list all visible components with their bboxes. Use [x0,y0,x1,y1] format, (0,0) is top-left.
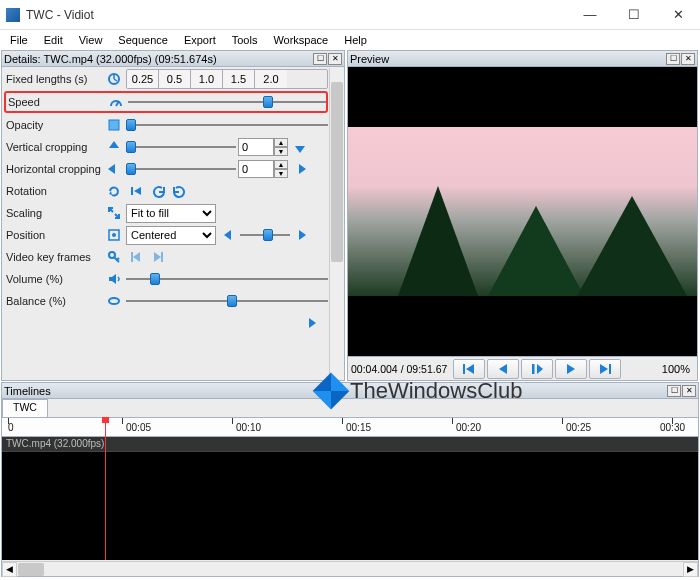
menu-workspace[interactable]: Workspace [265,32,336,48]
hcropping-slider[interactable] [126,161,236,177]
spin-down[interactable]: ▼ [274,147,288,156]
fixed-length-2-0[interactable]: 2.0 [255,70,287,88]
menu-export[interactable]: Export [176,32,224,48]
opacity-slider[interactable] [126,117,328,133]
arrow-right-icon[interactable] [302,314,322,332]
svg-rect-8 [161,252,163,262]
app-icon [6,8,20,22]
menu-edit[interactable]: Edit [36,32,71,48]
fixed-length-1-5[interactable]: 1.5 [223,70,255,88]
fixed-length-0-25[interactable]: 0.25 [127,70,159,88]
panel-close-button[interactable]: ✕ [682,385,696,397]
vcropping-label: Vertical cropping [4,141,104,153]
next-button[interactable] [555,359,587,379]
row-speed: Speed [4,91,328,113]
crop-left-icon[interactable] [104,160,124,178]
preview-zoom: 100% [654,363,694,375]
balance-icon[interactable] [104,292,124,310]
window-title: TWC - Vidiot [26,8,568,22]
scroll-right-button[interactable]: ▶ [683,562,698,577]
menu-sequence[interactable]: Sequence [110,32,176,48]
clip-body[interactable] [2,451,698,560]
timeline-tracks[interactable]: TWC.mp4 (32.000fps) [2,437,698,560]
preview-header: Preview ☐ ✕ [348,51,697,67]
spin-up[interactable]: ▲ [274,138,288,147]
panel-close-button[interactable]: ✕ [328,53,342,65]
hcropping-input[interactable] [238,160,274,178]
position-label: Position [4,229,104,241]
scroll-left-button[interactable]: ◀ [2,562,17,577]
tick-2: 00:10 [236,422,261,433]
vcropping-slider[interactable] [126,139,236,155]
goto-start-icon[interactable] [126,182,146,200]
expand-icon[interactable] [104,204,124,222]
speaker-icon[interactable] [104,270,124,288]
fixed-length-0-5[interactable]: 0.5 [159,70,191,88]
watermark: TheWindowsClub [318,378,522,404]
clip-header[interactable]: TWC.mp4 (32.000fps) [2,437,698,451]
end-button[interactable] [589,359,621,379]
arrow-right-icon[interactable] [292,226,312,244]
menu-view[interactable]: View [71,32,111,48]
spin-up[interactable]: ▲ [274,160,288,169]
scaling-select[interactable]: Fit to fill [126,204,216,223]
menu-tools[interactable]: Tools [224,32,266,48]
spin-down[interactable]: ▼ [274,169,288,178]
crop-right-icon[interactable] [290,160,310,178]
menu-file[interactable]: File [2,32,36,48]
row-video-keyframes: Video key frames [4,246,328,268]
minimize-button[interactable]: — [568,0,612,30]
timeline-tab[interactable]: TWC [2,399,48,417]
play-button[interactable] [521,359,553,379]
svg-point-9 [109,298,119,304]
details-title: Details: TWC.mp4 (32.000fps) (09:51.674s… [4,53,217,65]
home-button[interactable] [453,359,485,379]
position-slider[interactable] [240,227,290,243]
clock-icon[interactable] [104,70,124,88]
panel-maximize-button[interactable]: ☐ [313,53,327,65]
volume-slider[interactable] [126,271,328,287]
svg-rect-12 [609,364,611,374]
vcropping-spinner[interactable]: ▲▼ [238,138,288,156]
menu-help[interactable]: Help [336,32,375,48]
key-icon[interactable] [104,248,124,266]
fixed-length-1-0[interactable]: 1.0 [191,70,223,88]
opacity-icon[interactable] [104,116,124,134]
panel-maximize-button[interactable]: ☐ [667,385,681,397]
timeline-playhead[interactable] [105,419,106,560]
titlebar: TWC - Vidiot — ☐ ✕ [0,0,700,30]
row-vertical-cropping: Vertical cropping ▲▼ [4,136,328,158]
vcropping-input[interactable] [238,138,274,156]
align-icon[interactable] [104,226,124,244]
hcropping-spinner[interactable]: ▲▼ [238,160,288,178]
next-key-icon[interactable] [148,248,168,266]
svg-rect-10 [463,364,465,374]
row-fixed-lengths: Fixed lengths (s) 0.25 0.5 1.0 1.5 2.0 [4,68,328,90]
scroll-thumb[interactable] [18,563,44,576]
arrow-left-icon[interactable] [218,226,238,244]
panel-maximize-button[interactable]: ☐ [666,53,680,65]
rotate-ccw-icon[interactable] [148,182,168,200]
crop-bottom-icon[interactable] [290,138,310,156]
rotate-cw-icon[interactable] [170,182,190,200]
panel-close-button[interactable]: ✕ [681,53,695,65]
preview-viewport[interactable] [348,67,697,356]
balance-label: Balance (%) [4,295,104,307]
menubar: File Edit View Sequence Export Tools Wor… [0,30,700,50]
close-button[interactable]: ✕ [656,0,700,30]
row-rotation: Rotation [4,180,328,202]
position-select[interactable]: Centered [126,226,216,245]
watermark-logo-icon [313,373,350,410]
details-scrollbar[interactable] [329,68,344,380]
prev-key-icon[interactable] [126,248,146,266]
speedometer-icon[interactable] [106,93,126,111]
crop-top-icon[interactable] [104,138,124,156]
rotation-label: Rotation [4,185,104,197]
reset-rotation-icon[interactable] [104,182,124,200]
timeline-scrollbar[interactable]: ◀ ▶ [2,561,698,576]
maximize-button[interactable]: ☐ [612,0,656,30]
speed-slider[interactable] [128,94,326,110]
balance-slider[interactable] [126,293,328,309]
prev-button[interactable] [487,359,519,379]
preview-image [348,127,697,296]
